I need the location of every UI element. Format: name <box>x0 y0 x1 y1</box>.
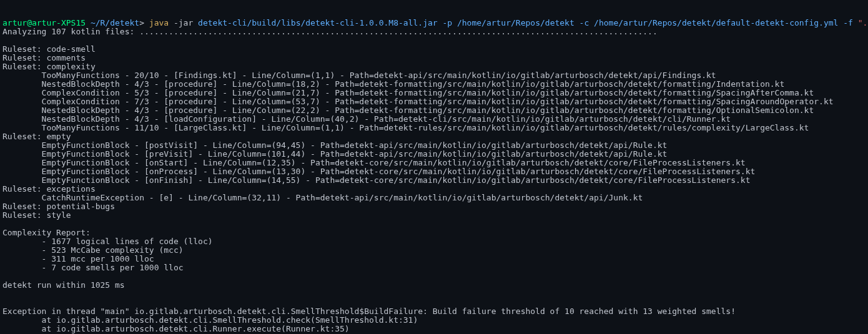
rs-empty: Ruleset: empty <box>2 132 71 141</box>
rs-comments: Ruleset: comments <box>2 53 86 62</box>
cx-1: NestedBlockDepth - 4/3 - [procedure] - L… <box>2 79 784 89</box>
rs-codesmell: Ruleset: code-smell <box>2 44 96 54</box>
rs-exceptions: Ruleset: exceptions <box>2 184 96 194</box>
prompt-path: ~/R/detekt <box>91 18 139 27</box>
cmd-jar-flag: -jar <box>174 18 193 27</box>
cmd-flags: detekt-cli/build/libs/detekt-cli-1.0.0.M… <box>198 18 838 27</box>
cx-5: NestedBlockDepth - 4/3 - [loadConfigurat… <box>2 114 731 124</box>
cr-1: - 523 McCabe complexity (mcc) <box>2 245 184 255</box>
em-0: EmptyFunctionBlock - [postVisit] - Line/… <box>2 140 667 150</box>
rs-potential: Ruleset: potential-bugs <box>2 202 115 211</box>
blank3 <box>2 272 7 281</box>
cx-2: ComplexCondition - 5/3 - [procedure] - L… <box>2 88 814 97</box>
runtime: detekt run within 1025 ms <box>2 280 125 290</box>
blank5 <box>2 298 7 307</box>
prompt-user: artur@artur-XPS15 <box>2 18 86 27</box>
cr-2: - 311 mcc per 1000 lloc <box>2 254 154 263</box>
st-0: at io.gitlab.arturbosch.detekt.cli.Smell… <box>2 315 418 325</box>
cx-3: ComplexCondition - 7/3 - [procedure] - L… <box>2 97 834 106</box>
cr-3: - 7 code smells per 1000 lloc <box>2 263 184 272</box>
cr-title: Complexity Report: <box>2 228 91 237</box>
out-analyzing: Analyzing 107 kotlin files: ............… <box>2 27 658 36</box>
cmd-regex: ".*/test/.*" <box>858 18 868 27</box>
cx-6: TooManyFunctions - 11/10 - [LargeClass.k… <box>2 123 809 132</box>
cx-0: TooManyFunctions - 20/10 - [Findings.kt]… <box>2 71 716 80</box>
cx-4: NestedBlockDepth - 4/3 - [procedure] - L… <box>2 106 814 115</box>
blank4 <box>2 289 7 298</box>
em-1: EmptyFunctionBlock - [preVisit] - Line/C… <box>2 149 667 159</box>
terminal[interactable]: artur@artur-XPS15 ~/R/detekt> java -jar … <box>0 17 868 334</box>
blank2 <box>2 219 7 228</box>
exc-title: Exception in thread "main" io.gitlab.art… <box>2 307 736 316</box>
blank1 <box>2 36 7 45</box>
cmd-f-flag: -f <box>843 18 853 27</box>
em-3: EmptyFunctionBlock - [onProcess] - Line/… <box>2 167 755 176</box>
st-1: at io.gitlab.arturbosch.detekt.cli.Runne… <box>2 324 350 333</box>
cmd-java: java <box>149 18 169 27</box>
cr-0: - 1677 logical lines of code (lloc) <box>2 237 213 246</box>
rs-complexity: Ruleset: complexity <box>2 62 96 71</box>
rs-style: Ruleset: style <box>2 210 71 220</box>
prompt-sep: > <box>139 18 144 27</box>
ex-0: CatchRuntimeException - [e] - Line/Colum… <box>2 193 643 202</box>
em-4: EmptyFunctionBlock - [onFinish] - Line/C… <box>2 175 750 185</box>
em-2: EmptyFunctionBlock - [onStart] - Line/Co… <box>2 158 746 167</box>
